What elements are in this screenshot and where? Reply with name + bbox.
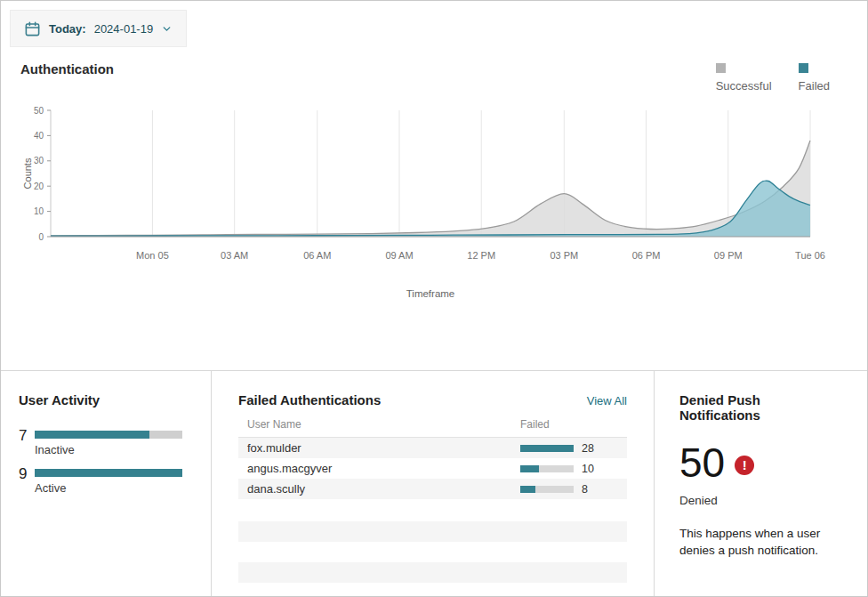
- failed-auth-title: Failed Authentications: [238, 392, 381, 407]
- view-all-link[interactable]: View All: [587, 394, 627, 407]
- legend-label: Failed: [799, 79, 830, 93]
- denied-description: This happens when a user denies a push n…: [679, 526, 844, 560]
- user-name-cell: angus.macgyver: [247, 462, 520, 475]
- user-activity-label: Inactive: [35, 443, 193, 456]
- failed-bar: [520, 465, 574, 472]
- user-activity-panel: User Activity 7 Inactive 9 Active: [1, 371, 212, 596]
- user-activity-row: 9 Active: [19, 469, 193, 495]
- user-activity-bar-fill: [35, 469, 182, 477]
- date-prefix-label: Today:: [49, 22, 86, 36]
- failed-count-cell: 8: [582, 483, 588, 496]
- svg-text:30: 30: [34, 156, 44, 165]
- svg-text:Counts: Counts: [22, 157, 33, 189]
- failed-bar-fill: [520, 445, 574, 452]
- chevron-down-icon: [161, 23, 173, 35]
- table-empty-row: [238, 521, 627, 542]
- bottom-panels: User Activity 7 Inactive 9 Active: [1, 370, 867, 596]
- svg-text:0: 0: [38, 232, 44, 242]
- dashboard-page: Today: 2024-01-19 Authentication Success…: [0, 0, 868, 597]
- user-name-cell: dana.scully: [247, 482, 520, 496]
- svg-text:09 PM: 09 PM: [714, 250, 743, 261]
- user-activity-label: Active: [35, 481, 193, 495]
- svg-text:Mon 05: Mon 05: [136, 250, 169, 261]
- failed-bar-fill: [520, 486, 535, 493]
- svg-text:10: 10: [34, 206, 44, 216]
- table-row: angus.macgyver 10: [238, 458, 627, 479]
- table-row: dana.scully 8: [238, 479, 627, 499]
- legend-item-successful[interactable]: Successful: [716, 63, 772, 93]
- column-header-user-name: User Name: [247, 418, 520, 431]
- denied-push-panel: Denied Push Notifications 50 ! Denied Th…: [655, 371, 867, 596]
- user-activity-bar-fill: [35, 431, 149, 439]
- failed-authentications-panel: Failed Authentications View All User Nam…: [212, 371, 655, 596]
- legend-label: Successful: [716, 79, 772, 93]
- legend-swatch: [716, 63, 726, 73]
- table-header-row: User Name Failed: [238, 418, 627, 438]
- user-activity-bar: [35, 469, 182, 477]
- denied-count: 50: [679, 442, 725, 483]
- exclamation-circle-icon: !: [735, 456, 754, 475]
- date-value: 2024-01-19: [94, 22, 154, 36]
- svg-text:03 PM: 03 PM: [550, 250, 578, 261]
- column-header-failed: Failed: [520, 418, 618, 431]
- svg-text:Tue 06: Tue 06: [795, 250, 825, 261]
- table-empty-row: [238, 562, 627, 583]
- user-activity-title: User Activity: [19, 392, 193, 407]
- svg-text:Timeframe: Timeframe: [406, 288, 455, 299]
- svg-text:12 PM: 12 PM: [467, 250, 495, 261]
- user-activity-value: 9: [19, 466, 28, 495]
- failed-bar: [520, 445, 574, 452]
- authentication-panel: Authentication Successful Failed 0102030…: [1, 61, 867, 315]
- user-name-cell: fox.mulder: [247, 441, 520, 455]
- svg-text:20: 20: [34, 182, 44, 191]
- failed-count-cell: 10: [582, 463, 594, 475]
- legend-item-failed[interactable]: Failed: [799, 63, 830, 93]
- date-picker[interactable]: Today: 2024-01-19: [10, 10, 187, 47]
- table-row: fox.mulder 28: [238, 438, 627, 458]
- chart-legend: Successful Failed: [716, 63, 830, 93]
- top-bar: Today: 2024-01-19: [1, 1, 867, 47]
- user-activity-row: 7 Inactive: [19, 431, 193, 456]
- denied-label: Denied: [679, 494, 844, 507]
- svg-text:06 AM: 06 AM: [303, 250, 331, 261]
- calendar-icon: [24, 20, 41, 37]
- svg-text:09 AM: 09 AM: [385, 250, 413, 261]
- user-activity-value: 7: [19, 428, 28, 456]
- failed-bar: [520, 486, 574, 493]
- failed-bar-fill: [520, 465, 539, 472]
- failed-count-cell: 28: [582, 442, 594, 455]
- svg-text:40: 40: [34, 131, 44, 141]
- svg-text:50: 50: [34, 106, 44, 116]
- auth-chart: 01020304050Mon 0503 AM06 AM09 AM12 PM03 …: [20, 103, 839, 315]
- svg-text:06 PM: 06 PM: [632, 250, 661, 261]
- denied-push-title: Denied Push Notifications: [679, 392, 844, 423]
- user-activity-bar: [35, 431, 182, 439]
- legend-swatch: [799, 63, 808, 73]
- svg-text:03 AM: 03 AM: [221, 250, 248, 261]
- failed-auth-table: User Name Failed fox.mulder 28 angus.mac…: [238, 418, 627, 583]
